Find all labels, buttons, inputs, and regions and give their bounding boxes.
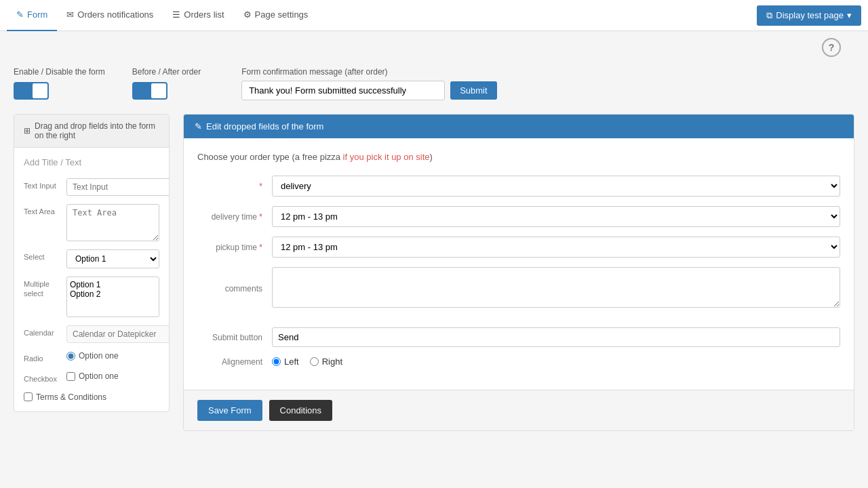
- checkbox-input[interactable]: [66, 372, 75, 381]
- left-panel-header: ⊞ Drag and drop fields into the form on …: [14, 115, 169, 148]
- field-row-text-area: Text Area: [24, 204, 159, 241]
- right-panel-header: ✎ Edit dropped fields of the form: [184, 115, 854, 138]
- submit-button-input[interactable]: [272, 327, 840, 347]
- nav-item-orders-list[interactable]: ☰ Orders list: [163, 0, 233, 31]
- pickup-time-label: pickup time *: [197, 243, 272, 252]
- order-type-highlight: if you pick it up on site: [343, 152, 430, 162]
- before-after-toggle[interactable]: [132, 82, 167, 100]
- confirmation-label: Form confirmation message (after order): [241, 67, 496, 77]
- text-input-field[interactable]: [66, 178, 170, 196]
- alignment-options-row: Left Right: [272, 357, 840, 367]
- order-type-select[interactable]: delivery pickup: [272, 176, 840, 197]
- enable-disable-label: Enable / Disable the form: [14, 67, 105, 77]
- email-icon: ✉: [66, 9, 74, 20]
- terms-conditions-row: Terms & Conditions: [24, 392, 159, 402]
- toggle-section: Enable / Disable the form Before / After…: [14, 60, 854, 114]
- display-test-button[interactable]: ⧉ Display test page ▾: [757, 5, 861, 26]
- checkbox-option[interactable]: Option one: [66, 371, 119, 381]
- save-form-button[interactable]: Save Form: [197, 400, 262, 421]
- before-after-label: Before / After order: [132, 67, 201, 77]
- field-row-select: Select Option 1 Option 2: [24, 249, 159, 268]
- drag-icon: ⊞: [24, 126, 31, 136]
- delivery-time-label: delivery time *: [197, 212, 272, 222]
- tc-checkbox[interactable]: [24, 392, 33, 401]
- order-type-control: delivery pickup: [272, 176, 840, 197]
- before-after-group: Before / After order: [132, 67, 201, 100]
- checkbox-label: Checkbox: [24, 371, 61, 384]
- enable-disable-thumb: [33, 83, 47, 98]
- required-asterisk: *: [259, 182, 262, 191]
- comments-textarea[interactable]: [272, 267, 840, 308]
- nav-item-form-label: Form: [27, 9, 47, 20]
- align-right-option[interactable]: Right: [310, 357, 342, 367]
- pickup-time-control: 12 pm - 13 pm 13 pm - 14 pm: [272, 237, 840, 258]
- form-row-delivery-time: delivery time * 12 pm - 13 pm 13 pm - 14…: [197, 206, 840, 227]
- display-test-label: Display test page: [776, 10, 844, 20]
- form-row-pickup-time: pickup time * 12 pm - 13 pm 13 pm - 14 p…: [197, 237, 840, 258]
- form-row-comments: comments: [197, 267, 840, 310]
- radio-input[interactable]: [66, 352, 75, 361]
- nav-item-form[interactable]: ✎ Form: [7, 0, 57, 31]
- nav-item-page-settings-label: Page settings: [255, 9, 309, 20]
- help-icon[interactable]: ?: [822, 38, 841, 57]
- multiple-select-label: Multiple select: [24, 277, 61, 299]
- nav-item-page-settings[interactable]: ⚙ Page settings: [234, 0, 318, 31]
- right-panel: ✎ Edit dropped fields of the form Choose…: [183, 114, 854, 431]
- edit-icon: ✎: [195, 121, 202, 131]
- checkbox-option-label: Option one: [79, 371, 119, 381]
- select-label: Select: [24, 249, 61, 262]
- form-row-order-type: * delivery pickup: [197, 176, 840, 197]
- align-left-option[interactable]: Left: [272, 357, 299, 367]
- conditions-button[interactable]: Conditions: [269, 400, 332, 421]
- radio-option-label: Option one: [79, 351, 119, 361]
- top-navigation: ✎ Form ✉ Orders notifications ☰ Orders l…: [0, 0, 868, 31]
- text-input-label: Text Input: [24, 178, 61, 190]
- enable-disable-group: Enable / Disable the form: [14, 67, 105, 100]
- form-icon: ✎: [16, 9, 24, 20]
- list-icon: ☰: [172, 9, 180, 20]
- dropdown-arrow-icon: ▾: [847, 10, 852, 20]
- align-left-label: Left: [284, 357, 299, 367]
- order-type-label: *: [197, 182, 272, 191]
- select-field[interactable]: Option 1 Option 2: [66, 249, 159, 268]
- radio-label: Radio: [24, 351, 61, 363]
- confirmation-input[interactable]: [241, 81, 445, 100]
- delivery-time-select[interactable]: 12 pm - 13 pm 13 pm - 14 pm: [272, 206, 840, 227]
- text-area-label: Text Area: [24, 204, 61, 216]
- align-right-label: Right: [322, 357, 342, 367]
- calendar-label: Calendar: [24, 325, 61, 338]
- submit-button-control: [272, 327, 840, 347]
- submit-button[interactable]: Submit: [450, 81, 496, 100]
- gear-icon: ⚙: [243, 9, 252, 20]
- alignment-label: Alignement: [197, 357, 272, 367]
- help-section: ?: [14, 31, 854, 60]
- order-type-suffix: ): [430, 152, 433, 162]
- field-row-calendar: Calendar: [24, 325, 159, 343]
- text-area-field[interactable]: [66, 204, 159, 241]
- order-type-description: Choose your order type (a free pizza if …: [197, 152, 840, 162]
- form-row-submit-button: Submit button: [197, 327, 840, 347]
- display-test-icon: ⧉: [766, 10, 772, 21]
- before-after-thumb: [151, 83, 166, 98]
- comments-control: [272, 267, 840, 310]
- order-type-prefix: Choose your order type (a free pizza: [197, 152, 343, 162]
- align-right-radio[interactable]: [310, 357, 319, 366]
- delivery-required: *: [259, 212, 262, 222]
- form-row-alignment: Alignement Left Right: [197, 357, 840, 367]
- pickup-time-select[interactable]: 12 pm - 13 pm 13 pm - 14 pm: [272, 237, 840, 258]
- pickup-required: *: [259, 243, 262, 252]
- enable-disable-toggle[interactable]: [14, 82, 49, 100]
- align-left-radio[interactable]: [272, 357, 281, 366]
- field-row-text-input: Text Input: [24, 178, 159, 196]
- add-title-text: Add Title / Text: [24, 157, 159, 167]
- right-panel-body: Choose your order type (a free pizza if …: [184, 138, 854, 390]
- calendar-input[interactable]: [66, 325, 170, 343]
- tc-label: Terms & Conditions: [36, 392, 106, 402]
- field-row-radio: Radio Option one: [24, 351, 159, 363]
- radio-option[interactable]: Option one: [66, 351, 119, 361]
- nav-item-orders-notifications[interactable]: ✉ Orders notifications: [57, 0, 163, 31]
- confirmation-input-row: Submit: [241, 81, 496, 100]
- multiple-select-field[interactable]: Option 1 Option 2: [66, 277, 159, 317]
- field-row-checkbox: Checkbox Option one: [24, 371, 159, 384]
- comments-label: comments: [197, 284, 272, 293]
